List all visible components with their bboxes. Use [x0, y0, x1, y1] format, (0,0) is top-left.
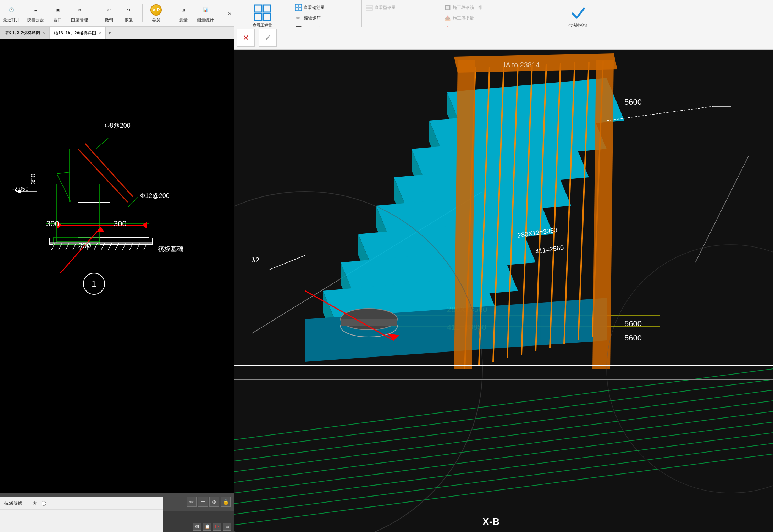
annotation-edit-tool[interactable]: ✏	[187, 497, 197, 507]
tab-2-label: 结16_1#、2#楼梯详图	[54, 30, 96, 36]
undo-icon: ↩	[103, 4, 115, 16]
svg-text:300: 300	[46, 219, 59, 228]
check-icon: ✓	[265, 33, 271, 43]
tabs-dropdown-arrow[interactable]: ▼	[107, 30, 112, 35]
svg-text:X-B: X-B	[482, 516, 499, 527]
svg-rect-1	[263, 5, 270, 12]
confirm-button[interactable]: ✓	[259, 29, 277, 47]
toolbar-measure-stats[interactable]: 📊 测量统计	[197, 4, 214, 23]
svg-rect-0	[255, 5, 262, 12]
svg-marker-113	[592, 60, 614, 369]
right-tab-bar: ✕ ✓	[234, 27, 773, 50]
edit-rebar-btn[interactable]: ✏ 编辑钢筋	[293, 13, 359, 23]
anti-seepage-label: 抗渗等级	[4, 500, 33, 506]
tab-1-label: 结3-1, 3-2楼梯详图	[4, 30, 40, 36]
svg-rect-6	[295, 8, 298, 11]
measure-icon: ⊞	[177, 4, 190, 16]
edit-rebar-label: 编辑钢筋	[304, 15, 321, 21]
svg-rect-3	[263, 13, 270, 21]
svg-text:5600: 5600	[624, 98, 642, 106]
view-steel-btn: 查看型钢量	[364, 3, 437, 12]
toolbar-divider-1	[95, 4, 95, 22]
svg-text:1: 1	[92, 279, 96, 288]
cross-icon: ✕	[243, 33, 249, 43]
tab-1-close[interactable]: ✕	[42, 31, 45, 35]
edit-rebar-icon: ✏	[294, 14, 302, 22]
view-rebar-btn[interactable]: 查看钢筋量	[293, 3, 359, 12]
svg-text:λ2: λ2	[252, 256, 259, 264]
toolbar-undo-label: 撤销	[105, 17, 113, 23]
toolbar-cloud[interactable]: ☁ 快看云盘	[27, 4, 44, 23]
toolbar-recent[interactable]: 🕐 最近打开	[3, 4, 20, 23]
view-rebar-icon	[294, 4, 302, 11]
toolbar-divider-3	[170, 4, 170, 22]
construction-extract-label: 施工段提量	[453, 15, 474, 21]
legality-check-btn[interactable]: 合法性检查	[567, 3, 589, 29]
svg-text:Φ8@200: Φ8@200	[105, 122, 131, 129]
toolbar-window[interactable]: ▣ 窗口	[51, 4, 64, 23]
toolbar-measure[interactable]: ⊞ 测量	[177, 4, 190, 23]
steel-buttons: 查看型钢量	[364, 3, 437, 12]
coord-tools: 🖼 📋 P• ▭	[193, 523, 231, 531]
toolbar-vip-label: 会员	[152, 17, 160, 23]
svg-text:5600: 5600	[624, 333, 642, 342]
3d-view[interactable]: 280X2=560 411=38850	[234, 50, 773, 532]
anti-seepage-radio[interactable]	[42, 501, 46, 506]
construction-rebar-3d-label: 施工段钢筋三维	[453, 5, 482, 11]
cad-drawing-area[interactable]: 1 Φ8@200 350 -2.050 Φ12@200 300 300 200 …	[0, 39, 234, 493]
svg-marker-112	[454, 60, 475, 369]
toolbar-recent-label: 最近打开	[3, 17, 20, 23]
toolbar-divider-2	[142, 4, 143, 22]
bottom-panel: 抗渗等级 无	[0, 497, 163, 532]
coord-tool-3[interactable]: P•	[213, 523, 221, 531]
svg-text:300: 300	[114, 219, 127, 228]
view-rebar-label: 查看钢筋量	[304, 5, 325, 11]
toolbar-vip[interactable]: VIP 会员	[150, 4, 162, 23]
toolbar-redo-label: 恢复	[125, 17, 133, 23]
svg-rect-5	[299, 4, 302, 7]
view-steel-icon	[365, 4, 373, 11]
svg-text:5600: 5600	[624, 319, 642, 328]
cancel-button[interactable]: ✕	[237, 29, 255, 47]
layers-icon: ⧉	[73, 4, 86, 16]
coord-tool-2[interactable]: 📋	[203, 523, 211, 531]
toolbar-undo[interactable]: ↩ 撤销	[103, 4, 115, 23]
measure-stats-icon: 📊	[199, 4, 212, 16]
recent-icon: 🕐	[5, 4, 18, 16]
construction-extract-icon: 📤	[443, 14, 451, 22]
svg-rect-8	[366, 5, 372, 7]
svg-text:Φ12@200: Φ12@200	[140, 192, 170, 199]
annotation-copy-tool[interactable]: ⊕	[209, 497, 219, 507]
construction-rebar-3d-icon: 🔲	[443, 4, 451, 11]
grid-view-icon	[254, 4, 271, 21]
tabs-bar: 结3-1, 3-2楼梯详图 ✕ 结16_1#、2#楼梯详图 ✕ ▼	[0, 27, 234, 39]
svg-rect-4	[295, 4, 298, 7]
tab-stair-detail-2[interactable]: 结16_1#、2#楼梯详图 ✕	[50, 27, 106, 39]
svg-rect-10	[0, 103, 234, 429]
annotation-move-tool[interactable]: ✛	[198, 497, 208, 507]
svg-rect-9	[366, 8, 372, 10]
tab-2-close[interactable]: ✕	[98, 31, 101, 35]
construction-rebar-3d-btn: 🔲 施工段钢筋三维	[442, 3, 537, 12]
toolbar-redo[interactable]: ↪ 恢复	[122, 4, 135, 23]
svg-rect-117	[341, 319, 397, 326]
tab-stair-detail-1[interactable]: 结3-1, 3-2楼梯详图 ✕	[0, 27, 50, 39]
svg-rect-2	[255, 13, 262, 21]
annotation-lock-tool[interactable]: 🔒	[221, 497, 231, 507]
coord-tool-1[interactable]: 🖼	[193, 523, 201, 531]
toolbar-measure-label: 测量	[179, 17, 188, 23]
left-toolbar: 🕐 最近打开 ☁ 快看云盘 ▣ 窗口 ⧉ 图层管理 ↩ 撤销 ↪ 恢复 VIP …	[0, 0, 234, 27]
view-engineering-btn[interactable]: 查看工程量	[251, 3, 274, 29]
svg-text:200: 200	[78, 241, 91, 250]
annotation-tools: ✏ ✛ ⊕ 🔒	[187, 497, 231, 507]
legality-check-icon	[570, 4, 587, 21]
construction-extract-btn: 📤 施工段提量	[442, 13, 537, 23]
coord-tool-4[interactable]: ▭	[223, 523, 231, 531]
svg-text:350: 350	[30, 174, 37, 184]
redo-icon: ↪	[122, 4, 135, 16]
toolbar-layers[interactable]: ⧉ 图层管理	[71, 4, 88, 23]
svg-text:IA to 23814: IA to 23814	[504, 61, 540, 69]
view-steel-label: 查看型钢量	[375, 5, 396, 11]
toolbar-expand[interactable]: »	[228, 10, 231, 17]
cloud-icon: ☁	[29, 4, 42, 16]
